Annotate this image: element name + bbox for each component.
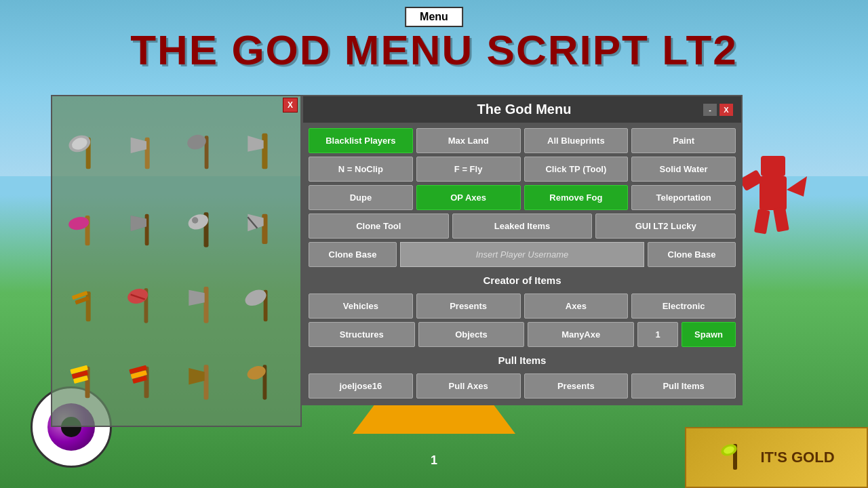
dupe-button[interactable]: Dupe	[309, 185, 413, 210]
svg-marker-5	[131, 138, 146, 153]
button-row-1: Blacklist Players Max Land All Blueprint…	[309, 128, 736, 153]
electronic-button[interactable]: Electronic	[631, 293, 736, 319]
axe-3	[178, 117, 235, 190]
op-axes-button[interactable]: OP Axes	[416, 185, 521, 210]
pull-items-header: Pull Items	[309, 350, 736, 370]
axe-14	[119, 346, 176, 420]
panel-body: Blacklist Players Max Land All Blueprint…	[303, 123, 741, 404]
menu-top-button[interactable]: Menu	[405, 7, 463, 27]
axe-4	[237, 117, 294, 190]
svg-marker-28	[189, 290, 204, 306]
clone-base-left-button[interactable]: Clone Base	[309, 242, 397, 267]
panel-titlebar: The God Menu - X	[303, 96, 741, 123]
svg-rect-8	[262, 134, 268, 169]
all-blueprints-button[interactable]: All Blueprints	[524, 128, 629, 153]
objects-button[interactable]: Objects	[418, 322, 525, 347]
gold-axe-icon	[718, 441, 752, 474]
axe-8	[237, 193, 294, 267]
pull-presents-button[interactable]: Presents	[524, 373, 629, 399]
remove-fog-button[interactable]: Remove Fog	[524, 185, 629, 210]
axe-15	[178, 346, 235, 420]
axe-9	[59, 269, 116, 343]
gui-lt2-button[interactable]: GUI LT2 Lucky	[595, 214, 736, 239]
svg-rect-27	[203, 287, 208, 323]
pull-axes-button[interactable]: Pull Axes	[416, 373, 521, 399]
axe-1	[59, 117, 116, 190]
svg-marker-19	[248, 214, 264, 231]
clone-base-right-button[interactable]: Clone Base	[648, 242, 736, 267]
panel-title: The God Menu	[345, 102, 703, 117]
svg-rect-39	[203, 365, 208, 399]
pull-items-row: joeljose16 Pull Axes Presents Pull Items	[309, 373, 736, 399]
axe-12	[237, 269, 294, 343]
axe-13	[59, 346, 116, 420]
red-character	[732, 136, 814, 271]
gold-item: IT'S GOLD	[685, 427, 868, 488]
svg-rect-21	[85, 291, 90, 321]
svg-rect-44	[761, 156, 785, 176]
blacklist-players-button[interactable]: Blacklist Players	[309, 128, 413, 153]
paint-button[interactable]: Paint	[631, 128, 736, 153]
presents-button[interactable]: Presents	[416, 293, 521, 319]
minimize-button[interactable]: -	[703, 104, 717, 116]
joeljose-button[interactable]: joeljose16	[309, 373, 413, 399]
pull-items-button[interactable]: Pull Items	[631, 373, 736, 399]
spawn-row: Structures Objects ManyAxe 1 Spawn	[309, 322, 736, 347]
close-button[interactable]: X	[719, 104, 733, 116]
axe-5	[59, 193, 116, 267]
svg-rect-46	[754, 209, 770, 235]
svg-marker-14	[131, 216, 146, 231]
clone-tool-button[interactable]: Clone Tool	[309, 214, 449, 239]
count-field[interactable]: 1	[637, 322, 678, 347]
manyaxe-button[interactable]: ManyAxe	[528, 322, 634, 347]
username-input[interactable]: Insert Player Username	[400, 242, 644, 267]
svg-point-17	[192, 217, 198, 223]
button-row-2: N = NoClip F = Fly Click TP (Tool) Solid…	[309, 157, 736, 182]
clone-base-row: Clone Base Insert Player Username Clone …	[309, 242, 736, 267]
noclip-button[interactable]: N = NoClip	[309, 157, 413, 182]
axe-10	[119, 269, 176, 343]
vehicles-button[interactable]: Vehicles	[309, 293, 413, 319]
left-panel-close[interactable]: X	[283, 98, 298, 113]
max-land-button[interactable]: Max Land	[416, 128, 521, 153]
svg-marker-40	[189, 368, 204, 385]
spawn-button[interactable]: Spawn	[682, 322, 736, 347]
leaked-items-button[interactable]: Leaked Items	[452, 214, 593, 239]
left-panel: X	[51, 95, 302, 427]
fly-button[interactable]: F = Fly	[416, 157, 521, 182]
counter-badge: 1	[431, 453, 437, 468]
creator-row-1: Vehicles Presents Axes Electronic	[309, 293, 736, 319]
gold-text: IT'S GOLD	[760, 449, 834, 466]
creator-section-header: Creator of Items	[309, 270, 736, 290]
axe-6	[119, 193, 176, 267]
page-title: THE GOD MENU SCRIPT LT2	[0, 26, 868, 74]
main-panel: The God Menu - X Blacklist Players Max L…	[302, 95, 743, 405]
teleportation-button[interactable]: Teleportation	[631, 185, 736, 210]
axe-11	[178, 269, 235, 343]
svg-point-7	[186, 133, 208, 152]
axes-grid	[52, 96, 300, 426]
window-controls: - X	[703, 104, 733, 116]
structures-button[interactable]: Structures	[309, 322, 415, 347]
svg-marker-9	[248, 136, 264, 152]
button-row-4: Clone Tool Leaked Items GUI LT2 Lucky	[309, 214, 736, 239]
click-tp-button[interactable]: Click TP (Tool)	[524, 157, 629, 182]
svg-rect-43	[760, 176, 787, 210]
button-row-3: Dupe OP Axes Remove Fog Teleportation	[309, 185, 736, 210]
axes-button[interactable]: Axes	[524, 293, 629, 319]
svg-rect-47	[773, 207, 789, 232]
solid-water-button[interactable]: Solid Water	[631, 157, 736, 182]
axe-2	[119, 117, 176, 190]
axe-7	[178, 193, 235, 267]
svg-marker-48	[787, 176, 807, 197]
axe-16	[237, 346, 294, 420]
